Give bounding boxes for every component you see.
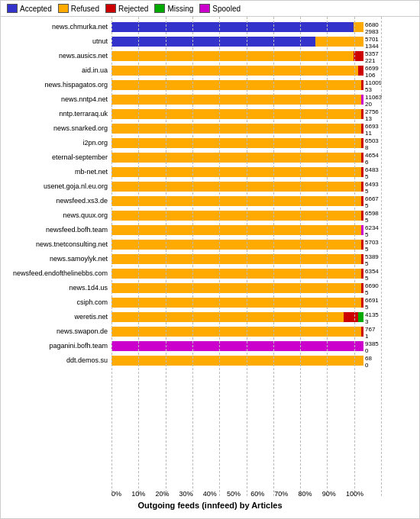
x-axis-label: 60% (250, 490, 264, 498)
table-row: usenet.goja.nl.eu.org64935 (111, 179, 381, 193)
bar-numbers: 1106320 (365, 94, 382, 108)
row-label: news.tnetconsulting.net (1, 240, 108, 248)
legend: AcceptedRefusedRejectedMissingSpooled (1, 1, 419, 17)
rows-wrapper: news.chmurka.net66802983utnut57011344new… (1, 17, 419, 367)
table-row: news.1d4.us66905 (111, 281, 381, 295)
bar-container: 41353 (111, 312, 381, 322)
refused-segment (111, 269, 361, 279)
bar-container: 53895 (111, 254, 381, 264)
table-row: utnut57011344 (111, 34, 381, 48)
bar-numbers: 66905 (365, 282, 379, 297)
refused-segment (111, 283, 361, 293)
x-axis-label: 70% (274, 490, 288, 498)
refused-segment (111, 124, 361, 134)
rejected-segment (344, 312, 359, 322)
bar-numbers: 66802983 (365, 21, 379, 36)
row-label: paganini.bofh.team (1, 342, 108, 350)
legend-item-spooled: Spooled (199, 4, 241, 13)
table-row: news.quux.org65985 (111, 208, 381, 222)
row-label: news.swapon.de (1, 327, 108, 335)
table-row: nntp.terraraq.uk275613 (111, 107, 381, 121)
bar-container: 669311 (111, 124, 381, 134)
bar-numbers: 669311 (365, 123, 379, 137)
rejected-segment (361, 196, 363, 206)
bar-numbers: 65038 (365, 137, 379, 152)
bar-container: 63545 (111, 269, 381, 279)
bar-numbers: 1100953 (365, 79, 382, 94)
refused-segment (315, 37, 363, 47)
row-label: news.snarked.org (1, 124, 108, 132)
spooled-segment (361, 95, 363, 105)
refused-segment (111, 327, 361, 337)
table-row: paganini.bofh.team93850 (111, 339, 381, 353)
bar-numbers: 66915 (365, 297, 379, 311)
bar-container: 46546 (111, 153, 381, 163)
bar-container: 275613 (111, 109, 381, 119)
rejected-segment (358, 66, 363, 76)
row-label: aid.in.ua (1, 66, 108, 74)
spooled-segment (111, 341, 363, 351)
x-axis-label: 0% (111, 490, 121, 498)
rejected-segment (361, 283, 363, 293)
bar-container: 66915 (111, 298, 381, 308)
bar-numbers: 41353 (365, 311, 379, 326)
bar-numbers: 46546 (365, 152, 379, 166)
rejected-segment (361, 254, 363, 264)
table-row: csiph.com66915 (111, 295, 381, 309)
row-label: newsfeed.xs3.de (1, 197, 108, 205)
x-axis-label: 40% (203, 490, 217, 498)
row-label: news.chmurka.net (1, 23, 108, 31)
bar-container: 1106320 (111, 95, 381, 105)
accepted-segment (111, 22, 354, 32)
bar-container: 65985 (111, 211, 381, 221)
bar-container: 7671 (111, 327, 381, 337)
table-row: news.nntp4.net1106320 (111, 92, 381, 106)
bar-container: 66905 (111, 283, 381, 293)
bar-numbers: 6699106 (365, 65, 379, 79)
x-axis-label: 50% (227, 490, 241, 498)
table-row: news.chmurka.net66802983 (111, 20, 381, 34)
row-label: news.samoylyk.net (1, 255, 108, 263)
bar-numbers: 53895 (365, 253, 379, 268)
spooled-segment (361, 225, 363, 235)
refused-segment (111, 356, 363, 366)
row-label: news.quux.org (1, 211, 108, 219)
legend-item-rejected: Rejected (105, 4, 148, 13)
bar-numbers: 65985 (365, 210, 379, 224)
legend-item-refused: Refused (58, 4, 99, 13)
bar-container: 93850 (111, 341, 381, 351)
x-axis-label: 10% (131, 490, 145, 498)
table-row: news.snarked.org669311 (111, 121, 381, 135)
table-row: eternal-september46546 (111, 150, 381, 164)
refused-segment (111, 211, 361, 221)
row-label: news.nntp4.net (1, 95, 108, 103)
bar-numbers: 680 (365, 355, 372, 369)
refused-segment (111, 66, 358, 76)
refused-segment (111, 298, 361, 308)
bar-numbers: 64835 (365, 166, 379, 181)
bar-container: 1100953 (111, 80, 381, 90)
bar-numbers: 66675 (365, 195, 379, 210)
table-row: news.tnetconsulting.net57035 (111, 237, 381, 251)
refused-segment (111, 80, 361, 90)
row-label: news.1d4.us (1, 284, 108, 292)
refused-segment (111, 167, 361, 177)
legend-item-accepted: Accepted (7, 4, 52, 13)
row-label: mb-net.net (1, 168, 108, 176)
refused-segment (111, 196, 361, 206)
table-row: news.ausics.net5357221 (111, 49, 381, 63)
rejected-segment (361, 240, 363, 250)
table-row: newsfeed.bofh.team62345 (111, 223, 381, 237)
row-label: news.ausics.net (1, 52, 108, 60)
rejected-segment (361, 153, 363, 163)
x-axis-label: 80% (299, 490, 312, 498)
bar-container: 65038 (111, 138, 381, 148)
bar-numbers: 62345 (365, 224, 379, 239)
bar-container: 680 (111, 356, 381, 366)
table-row: newsfeed.endofthelinebbs.com63545 (111, 266, 381, 280)
bar-container: 5357221 (111, 51, 381, 61)
bar-numbers: 57011344 (365, 36, 379, 50)
refused-segment (111, 109, 361, 119)
refused-segment (111, 312, 344, 322)
x-axis-label: 100% (346, 490, 363, 498)
